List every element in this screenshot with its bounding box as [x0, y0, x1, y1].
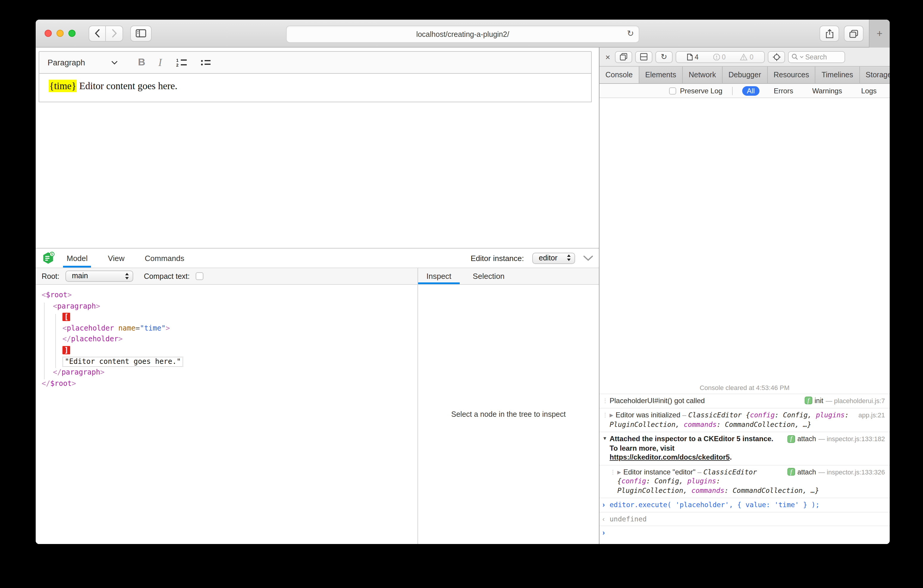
console-result-value: undefined [609, 515, 647, 523]
zoom-window-button[interactable] [68, 30, 76, 37]
collapse-inspector-icon[interactable] [583, 255, 593, 261]
console-cleared-message: Console cleared at 4:53:46 PM [599, 381, 890, 393]
preserve-log-checkbox[interactable] [669, 87, 677, 94]
source-location[interactable]: fattach— inspector.js:133:182 [787, 435, 885, 443]
console-input-echo: editor.execute( 'placeholder', { value: … [609, 501, 820, 509]
editor-instance-value: editor [539, 254, 558, 262]
editor-content[interactable]: {time} Editor content goes here. [39, 74, 592, 102]
subtab-selection[interactable]: Selection [473, 268, 504, 284]
reload-page-button[interactable]: ↻ [655, 51, 673, 63]
select-arrows-icon [125, 273, 129, 279]
inspector-tab-elements[interactable]: Elements [639, 67, 683, 83]
tree-line[interactable]: ] [36, 345, 417, 356]
desktop: localhost/creating-a-plugin2/ ↻ + [0, 0, 923, 588]
svg-text:5: 5 [51, 252, 53, 256]
filter-all[interactable]: All [742, 86, 759, 95]
subtab-inspect[interactable]: Inspect [426, 268, 452, 284]
placeholder-chip[interactable]: {time} [49, 80, 77, 92]
inspector-detail-pane: InspectSelection Select a node in the tr… [417, 268, 599, 544]
tree-line[interactable]: </paragraph> [36, 367, 417, 378]
inspector-search-field[interactable]: Search [788, 51, 845, 63]
tree-line[interactable]: <$root> [36, 289, 417, 301]
chevron-right-icon [112, 29, 117, 38]
source-location[interactable]: finit— placeholderui.js:7 [804, 396, 885, 404]
inspector-header: 5 ModelViewCommands Editor instance: edi… [36, 248, 599, 268]
function-badge-icon: f [787, 468, 795, 476]
filter-logs[interactable]: Logs [856, 86, 881, 95]
disclosure-closed-icon[interactable]: ▶ [618, 470, 621, 475]
inspector-tab-debugger[interactable]: Debugger [723, 67, 768, 83]
bold-button[interactable]: B [138, 56, 145, 68]
file-location[interactable]: — inspector.js:133:326 [818, 468, 885, 476]
new-tab-button[interactable]: + [869, 20, 890, 48]
error-count: 0 [713, 53, 726, 60]
console-row-result: ‹undefined [599, 512, 890, 526]
paragraph-style-dropdown[interactable]: Paragraph [48, 58, 118, 67]
window-controls [44, 30, 76, 37]
close-inspector-button[interactable]: × [604, 52, 612, 62]
disclosure-open-icon[interactable]: ▼ [603, 435, 609, 443]
warning-count: 0 [740, 53, 754, 60]
function-badge-icon: f [787, 435, 795, 443]
inspector-tab-timelines[interactable]: Timelines [816, 67, 860, 83]
inspector-tab-resources[interactable]: Resources [767, 67, 816, 83]
close-window-button[interactable] [44, 30, 52, 37]
numbered-list-button[interactable]: 1 2 [176, 59, 187, 66]
filter-pills: AllErrorsWarningsLogs [742, 86, 881, 95]
tree-line[interactable]: "Editor content goes here." [36, 356, 417, 367]
file-location[interactable]: — placeholderui.js:7 [826, 396, 885, 404]
file-location[interactable]: app.js:21 [859, 411, 885, 419]
italic-button[interactable]: I [158, 56, 162, 69]
inspector-tab-network[interactable]: Network [683, 67, 723, 83]
text-node[interactable]: "Editor content goes here." [62, 356, 183, 366]
reload-icon[interactable]: ↻ [627, 28, 634, 38]
reload-icon: ↻ [661, 52, 667, 61]
issue-badges[interactable]: 4 0 [676, 51, 765, 63]
tab-view[interactable]: View [107, 248, 126, 268]
source-location[interactable]: fattach— inspector.js:133:326 [787, 468, 885, 476]
filter-warnings[interactable]: Warnings [807, 86, 847, 95]
root-select[interactable]: main [66, 271, 133, 282]
console-row-prompt[interactable]: › [599, 526, 890, 544]
bulleted-list-button[interactable] [201, 60, 211, 65]
element-picker-button[interactable] [768, 51, 785, 63]
tab-commands[interactable]: Commands [144, 248, 186, 268]
selection-marker: ] [62, 346, 70, 354]
inspector-tab-console[interactable]: Console [599, 67, 639, 83]
file-location[interactable]: — inspector.js:133:182 [818, 435, 885, 443]
minimize-window-button[interactable] [56, 30, 64, 37]
tree-line[interactable]: </$root> [36, 378, 417, 389]
forward-button[interactable] [106, 25, 123, 41]
address-bar[interactable]: localhost/creating-a-plugin2/ ↻ [286, 26, 639, 43]
inspector-tab-storage[interactable]: Storage [860, 67, 890, 83]
console-row-input: ›editor.execute( 'placeholder', { value:… [599, 498, 890, 512]
tree-line[interactable]: <paragraph> [36, 301, 417, 312]
console-link[interactable]: https://ckeditor.com/docs/ckeditor5 [609, 453, 730, 462]
numbered-list-icon: 1 [176, 59, 187, 62]
disclosure-closed-icon[interactable]: ▶ [609, 412, 613, 418]
ckeditor-inspector-panel: 5 ModelViewCommands Editor instance: edi… [36, 248, 599, 544]
detach-inspector-button[interactable] [615, 51, 632, 63]
inspector-tab-bar: ConsoleElementsNetworkDebuggerResourcesT… [599, 66, 890, 84]
bulleted-list-icon [201, 60, 211, 62]
editor-instance-select[interactable]: editor [532, 252, 575, 264]
detail-subtabs: InspectSelection [418, 268, 599, 285]
compact-text-checkbox[interactable] [195, 272, 204, 280]
back-button[interactable] [89, 25, 106, 41]
tab-overview-button[interactable] [844, 26, 864, 42]
source-location[interactable]: app.js:21 [859, 411, 885, 419]
inspector-toolbar: × ↻ [599, 48, 890, 66]
console-row-log: ⋮fattach— inspector.js:133:326▶Editor in… [599, 465, 890, 498]
sidebar-toggle-button[interactable] [130, 25, 152, 41]
preserve-log-control[interactable]: Preserve Log [669, 87, 723, 95]
tree-line[interactable]: </placeholder> [36, 334, 417, 345]
tree-line[interactable]: [ [36, 312, 417, 322]
detach-icon [620, 53, 627, 61]
tree-line[interactable]: <placeholder name="time"> [36, 323, 417, 334]
tab-model[interactable]: Model [66, 248, 89, 268]
chevron-left-icon [95, 29, 100, 38]
share-button[interactable] [820, 26, 839, 42]
filter-errors[interactable]: Errors [769, 86, 798, 95]
titlebar-right-buttons [820, 26, 864, 42]
dock-bottom-button[interactable] [635, 51, 652, 63]
